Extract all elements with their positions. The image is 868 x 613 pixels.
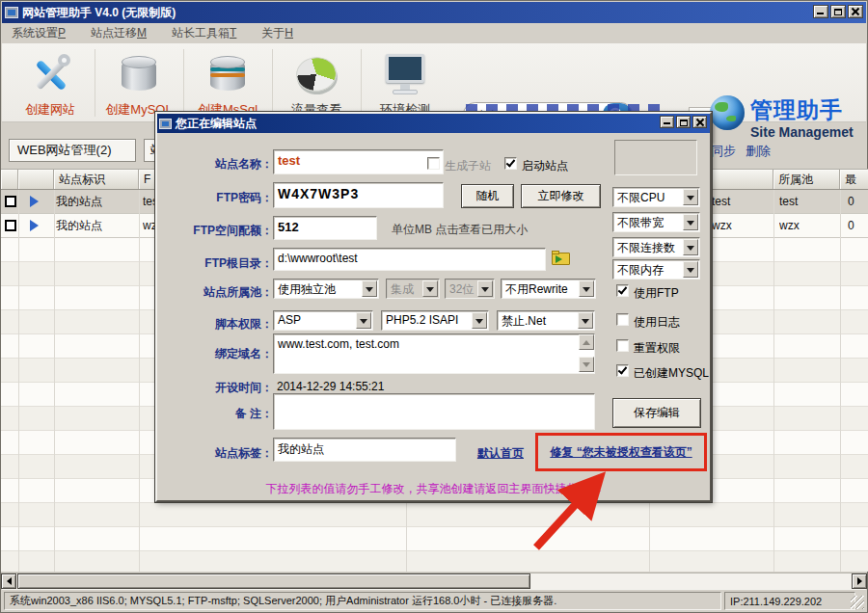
scroll-down-icon[interactable] bbox=[579, 357, 594, 372]
dialog-maximize-button[interactable] bbox=[676, 116, 691, 128]
close-button[interactable] bbox=[848, 5, 863, 18]
modify-now-button[interactable]: 立即修改 bbox=[521, 184, 601, 208]
toolbar-separator bbox=[361, 49, 362, 117]
toolbar-create-mssql-button[interactable]: 创建MsSql bbox=[185, 45, 270, 120]
grid-line bbox=[139, 190, 140, 572]
dialog-close-button[interactable] bbox=[692, 116, 707, 128]
chevron-down-icon[interactable] bbox=[472, 312, 487, 329]
net-select[interactable]: 禁止.Net bbox=[497, 310, 595, 331]
menu-item-about[interactable]: 关于H bbox=[261, 25, 293, 41]
scroll-right-icon[interactable] bbox=[852, 573, 867, 589]
rewrite-select[interactable]: 不用Rewrite bbox=[501, 279, 596, 299]
scroll-left-icon[interactable] bbox=[1, 573, 16, 589]
use-ftp-checkbox[interactable] bbox=[616, 284, 629, 297]
dialog-icon bbox=[159, 119, 172, 129]
chevron-down-icon[interactable] bbox=[356, 312, 371, 329]
scrollbar-thumb[interactable] bbox=[17, 573, 530, 589]
chevron-down-icon[interactable] bbox=[683, 189, 698, 205]
toolbar-separator bbox=[272, 49, 273, 117]
brand-subtitle: Site Managemet bbox=[750, 124, 854, 140]
horizontal-scrollbar[interactable] bbox=[1, 573, 867, 589]
dialog-title: 您正在编辑站点 bbox=[176, 116, 257, 132]
tab-web-site-management[interactable]: WEB网站管理(2) bbox=[9, 139, 136, 162]
app-icon bbox=[5, 7, 18, 18]
dialog-minimize-button[interactable] bbox=[660, 116, 674, 128]
random-button[interactable]: 随机 bbox=[461, 184, 514, 208]
remark-label: 备 注： bbox=[175, 406, 273, 422]
toolbar-create-site-button[interactable]: 创建网站 bbox=[8, 45, 93, 120]
resize-grip[interactable] bbox=[851, 596, 864, 609]
toolbar-separator bbox=[95, 49, 95, 117]
site-name-input[interactable]: test bbox=[273, 149, 444, 174]
ftp-password-input[interactable]: W4X7W3P3 bbox=[273, 182, 444, 208]
chevron-down-icon[interactable] bbox=[683, 239, 698, 255]
minimize-button[interactable] bbox=[813, 5, 828, 18]
php-select[interactable]: PHP5.2 ISAPI bbox=[381, 310, 489, 331]
menu-item-toolbox[interactable]: 站长工具箱T bbox=[172, 25, 236, 41]
obscured-link-text bbox=[466, 104, 664, 111]
asp-select[interactable]: ASP bbox=[273, 310, 373, 331]
created-time-label: 开设时间： bbox=[175, 380, 273, 396]
chevron-down-icon[interactable] bbox=[683, 214, 698, 230]
site-tag-input[interactable]: 我的站点 bbox=[273, 438, 456, 462]
chevron-down-icon[interactable] bbox=[578, 312, 593, 329]
chevron-down-icon bbox=[477, 280, 493, 297]
remark-textarea[interactable] bbox=[273, 393, 595, 430]
header-site-tag[interactable]: 站点标识 bbox=[54, 170, 139, 189]
reset-perm-label: 重置权限 bbox=[634, 340, 680, 357]
start-site-checkbox[interactable] bbox=[504, 157, 517, 170]
sync-link[interactable]: 同步 bbox=[711, 143, 736, 160]
dialog-title-bar: 您正在编辑站点 bbox=[157, 114, 710, 133]
maximize-button[interactable] bbox=[830, 5, 846, 18]
chevron-down-icon bbox=[422, 280, 438, 297]
fix-unauthorized-link[interactable]: 修复 “您未被授权查看该页” bbox=[550, 444, 692, 461]
cell-path-tail: test bbox=[712, 190, 772, 213]
app-window: 网站管理助手 V4.0 (无限制版) 系统设置P 站点迁移M 站长工具箱T 关于… bbox=[0, 0, 868, 613]
gen-subsite-checkbox[interactable] bbox=[427, 157, 440, 170]
chevron-down-icon[interactable] bbox=[362, 280, 377, 297]
pie-chart-icon bbox=[296, 49, 337, 99]
quota-hint[interactable]: 单位MB 点击查看已用大小 bbox=[392, 222, 528, 238]
cell-pool: test bbox=[779, 190, 837, 213]
header-select bbox=[1, 170, 18, 189]
row-checkbox[interactable] bbox=[5, 220, 16, 231]
ftp-root-input[interactable]: d:\wwwroot\test bbox=[273, 248, 546, 271]
reset-perm-checkbox[interactable] bbox=[616, 339, 629, 352]
mysql-created-label: 已创建MYSQL bbox=[634, 365, 709, 382]
pool-select[interactable]: 使用独立池 bbox=[273, 279, 379, 299]
default-page-link[interactable]: 默认首页 bbox=[477, 445, 524, 462]
ftp-quota-label: FTP空间配额： bbox=[175, 223, 273, 239]
bind-domain-textarea[interactable]: www.test.com, test.com bbox=[273, 333, 595, 374]
connection-limit-select[interactable]: 不限连接数 bbox=[612, 237, 700, 257]
bandwidth-limit-select[interactable]: 不限带宽 bbox=[612, 212, 700, 232]
memory-limit-select[interactable]: 不限内存 bbox=[612, 259, 700, 280]
ftp-password-label: FTP密码： bbox=[175, 190, 273, 206]
integrated-select: 集成 bbox=[386, 279, 440, 299]
scroll-up-icon[interactable] bbox=[579, 334, 594, 350]
chevron-down-icon[interactable] bbox=[683, 261, 698, 278]
mysql-created-checkbox[interactable] bbox=[616, 364, 629, 377]
ftp-quota-input[interactable]: 512 bbox=[273, 216, 377, 240]
grid-line bbox=[773, 190, 774, 572]
header-last[interactable]: 最 bbox=[840, 170, 868, 189]
cell-pool: wzx bbox=[779, 214, 837, 237]
save-edit-button[interactable]: 保存编辑 bbox=[612, 398, 701, 428]
folder-icon[interactable] bbox=[552, 251, 570, 265]
toolbar-env-check-button[interactable]: 环境检测 bbox=[363, 45, 448, 120]
mysql-database-icon bbox=[117, 49, 161, 99]
grid-line bbox=[840, 190, 841, 572]
header-marker bbox=[18, 170, 54, 189]
menu-item-system[interactable]: 系统设置P bbox=[12, 25, 66, 41]
grid-line bbox=[54, 190, 55, 572]
toolbar-create-mysql-button[interactable]: 创建MySQL bbox=[96, 45, 181, 120]
menu-item-migrate[interactable]: 站点迁移M bbox=[91, 25, 147, 41]
use-log-checkbox[interactable] bbox=[616, 313, 629, 326]
toolbar-traffic-button[interactable]: 流量查看 bbox=[274, 45, 359, 120]
chevron-down-icon[interactable] bbox=[579, 280, 594, 297]
delete-link[interactable]: 删除 bbox=[746, 143, 771, 160]
header-pool[interactable]: 所属池 bbox=[773, 170, 840, 189]
cpu-limit-select[interactable]: 不限CPU bbox=[612, 187, 700, 207]
globe-icon bbox=[710, 95, 745, 130]
script-perm-label: 脚本权限： bbox=[175, 316, 273, 333]
row-checkbox[interactable] bbox=[5, 196, 16, 207]
